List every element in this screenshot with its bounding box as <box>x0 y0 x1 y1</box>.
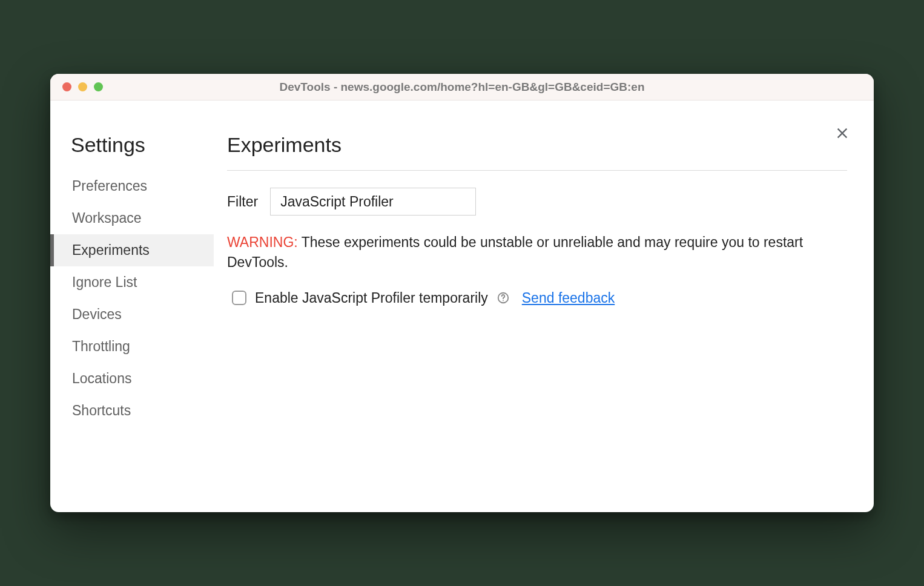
sidebar-title: Settings <box>68 133 214 157</box>
close-settings-button[interactable] <box>834 125 851 142</box>
svg-point-1 <box>503 300 504 301</box>
filter-row: Filter <box>227 188 847 216</box>
close-icon <box>834 125 851 142</box>
devtools-window: DevTools - news.google.com/home?hl=en-GB… <box>50 74 874 512</box>
help-icon[interactable] <box>497 291 510 305</box>
page-title: Experiments <box>227 133 847 171</box>
warning-message: These experiments could be unstable or u… <box>227 234 803 270</box>
sidebar-item-preferences[interactable]: Preferences <box>50 170 214 202</box>
sidebar-item-locations[interactable]: Locations <box>50 363 214 395</box>
warning-text: WARNING: These experiments could be unst… <box>227 232 847 273</box>
experiment-row: Enable JavaScript Profiler temporarilySe… <box>227 290 847 306</box>
sidebar-item-ignore-list[interactable]: Ignore List <box>50 266 214 298</box>
filter-input[interactable] <box>270 188 476 216</box>
sidebar-item-workspace[interactable]: Workspace <box>50 202 214 234</box>
send-feedback-link[interactable]: Send feedback <box>522 290 615 306</box>
sidebar-item-experiments[interactable]: Experiments <box>50 234 214 266</box>
filter-label: Filter <box>227 194 258 210</box>
close-window-button[interactable] <box>62 82 71 91</box>
window-title: DevTools - news.google.com/home?hl=en-GB… <box>280 81 645 94</box>
warning-prefix: WARNING: <box>227 234 298 250</box>
settings-main: Experiments Filter WARNING: These experi… <box>214 119 874 476</box>
settings-body: Settings PreferencesWorkspaceExperiments… <box>50 100 874 512</box>
sidebar-item-devices[interactable]: Devices <box>50 298 214 331</box>
experiment-label: Enable JavaScript Profiler temporarily <box>255 290 488 306</box>
experiment-checkbox[interactable] <box>232 291 246 305</box>
sidebar-item-shortcuts[interactable]: Shortcuts <box>50 395 214 427</box>
titlebar: DevTools - news.google.com/home?hl=en-GB… <box>50 74 874 100</box>
traffic-lights <box>62 82 103 91</box>
settings-sidebar: Settings PreferencesWorkspaceExperiments… <box>50 119 214 476</box>
minimize-window-button[interactable] <box>78 82 87 91</box>
sidebar-item-throttling[interactable]: Throttling <box>50 331 214 363</box>
maximize-window-button[interactable] <box>94 82 103 91</box>
